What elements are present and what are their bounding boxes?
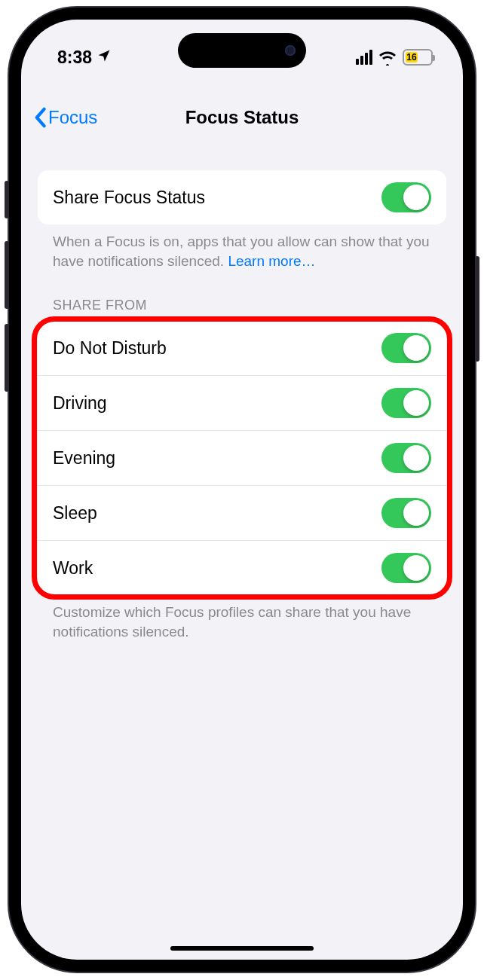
home-indicator[interactable] <box>170 946 314 951</box>
status-right: 16 <box>356 49 433 66</box>
screen: 8:38 16 F <box>21 20 463 960</box>
location-icon <box>96 48 112 67</box>
camera-dot <box>285 45 296 56</box>
highlight-annotation: Do Not Disturb Driving Evening Sleep <box>38 321 446 595</box>
focus-toggle-do-not-disturb[interactable] <box>381 333 431 363</box>
focus-row-work: Work <box>38 541 446 595</box>
page-title: Focus Status <box>185 107 299 128</box>
phone-frame: 8:38 16 F <box>9 8 475 972</box>
share-focus-status-toggle[interactable] <box>381 182 431 212</box>
battery-icon: 16 <box>403 49 433 66</box>
chevron-left-icon <box>33 107 47 128</box>
toggle-knob <box>403 185 429 210</box>
dynamic-island <box>178 33 306 68</box>
back-button[interactable]: Focus <box>33 107 97 128</box>
focus-row-evening: Evening <box>38 431 446 486</box>
focus-row-driving: Driving <box>38 376 446 431</box>
focus-toggle-evening[interactable] <box>381 443 431 473</box>
focus-toggle-work[interactable] <box>381 553 431 583</box>
focus-toggle-driving[interactable] <box>381 388 431 418</box>
share-focus-status-label: Share Focus Status <box>53 188 205 208</box>
nav-bar: Focus Focus Status <box>21 95 463 140</box>
focus-row-sleep: Sleep <box>38 486 446 541</box>
status-left: 8:38 <box>57 47 112 68</box>
content: Share Focus Status When a Focus is on, a… <box>21 170 463 960</box>
focus-label: Work <box>53 558 93 579</box>
share-status-footer: When a Focus is on, apps that you allow … <box>38 224 446 270</box>
battery-level: 16 <box>406 52 418 63</box>
status-time: 8:38 <box>57 47 92 68</box>
focus-label: Driving <box>53 393 107 414</box>
power-button <box>475 256 479 362</box>
focus-row-do-not-disturb: Do Not Disturb <box>38 321 446 376</box>
wifi-icon <box>378 50 397 65</box>
volume-up-button <box>5 241 9 309</box>
focus-label: Evening <box>53 448 115 469</box>
share-from-footer: Customize which Focus profiles can share… <box>38 595 446 641</box>
back-label: Focus <box>48 107 97 128</box>
cellular-icon <box>356 50 372 65</box>
learn-more-link[interactable]: Learn more… <box>228 253 315 269</box>
share-status-group: Share Focus Status <box>38 170 446 224</box>
focus-label: Do Not Disturb <box>53 338 167 359</box>
share-focus-status-row: Share Focus Status <box>38 170 446 224</box>
focus-label: Sleep <box>53 503 97 524</box>
volume-down-button <box>5 324 9 392</box>
silent-switch <box>5 181 9 218</box>
share-from-header: SHARE FROM <box>38 270 446 321</box>
share-from-group: Do Not Disturb Driving Evening Sleep <box>38 321 446 595</box>
focus-toggle-sleep[interactable] <box>381 498 431 528</box>
